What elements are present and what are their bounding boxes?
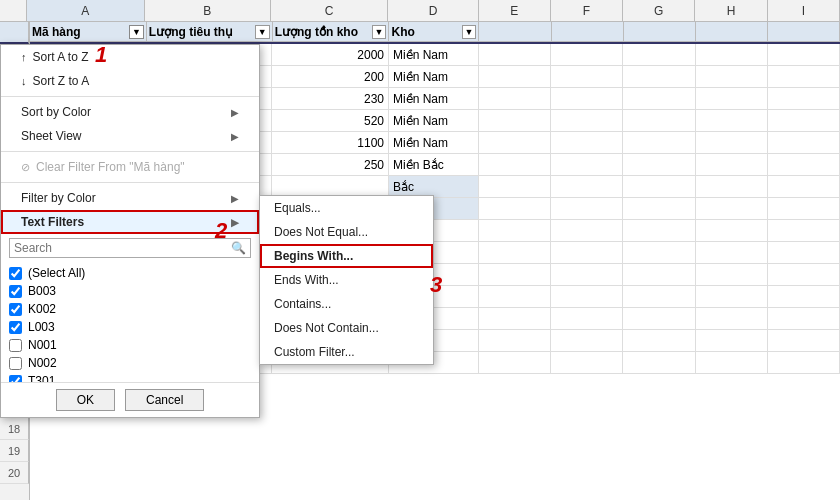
cell-i12 bbox=[768, 286, 840, 308]
filter-dropdown-btn-d[interactable]: ▼ bbox=[462, 25, 477, 39]
cell-f8 bbox=[551, 198, 623, 220]
header-ma-hang: Mã hàng ▼ bbox=[30, 22, 147, 42]
checkbox-l003-input[interactable] bbox=[9, 321, 22, 334]
col-header-g: G bbox=[623, 0, 695, 21]
cell-f4 bbox=[551, 110, 623, 132]
cell-d3: Miền Nam bbox=[389, 88, 479, 110]
cell-c3: 230 bbox=[272, 88, 389, 110]
cell-c5: 1100 bbox=[272, 132, 389, 154]
checkbox-t301-input[interactable] bbox=[9, 375, 22, 383]
row-num-20: 20 bbox=[0, 462, 29, 484]
text-filters-submenu: Equals... Does Not Equal... Begins With.… bbox=[259, 195, 434, 365]
cell-i14 bbox=[768, 330, 840, 352]
cell-i2 bbox=[768, 66, 840, 88]
step-1-badge: 1 bbox=[95, 42, 107, 68]
filter-dropdown-btn-c[interactable]: ▼ bbox=[372, 25, 387, 39]
cell-g7 bbox=[623, 176, 695, 198]
checkbox-b003-label: B003 bbox=[28, 284, 56, 298]
checkbox-k002[interactable]: K002 bbox=[9, 300, 251, 318]
cell-e6 bbox=[479, 154, 551, 176]
clear-filter-item[interactable]: ⊘ Clear Filter From "Mã hàng" bbox=[1, 155, 259, 179]
sort-by-color-label: Sort by Color bbox=[21, 105, 91, 119]
cell-d1: Miền Nam bbox=[389, 44, 479, 66]
filter-by-color-item[interactable]: Filter by Color ▶ bbox=[1, 186, 259, 210]
header-luong-ton-label: Lượng tồn kho bbox=[275, 25, 372, 39]
checkbox-select-all-input[interactable] bbox=[9, 267, 22, 280]
search-input[interactable] bbox=[14, 241, 231, 255]
sort-by-color-item[interactable]: Sort by Color ▶ bbox=[1, 100, 259, 124]
cell-f15 bbox=[551, 352, 623, 374]
cell-f10 bbox=[551, 242, 623, 264]
submenu-does-not-equal[interactable]: Does Not Equal... bbox=[260, 220, 433, 244]
cell-d5: Miền Nam bbox=[389, 132, 479, 154]
cell-i15 bbox=[768, 352, 840, 374]
funnel-icon: ⊘ bbox=[21, 161, 30, 174]
submenu-begins-with[interactable]: Begins With... bbox=[260, 244, 433, 268]
cell-c4: 520 bbox=[272, 110, 389, 132]
submenu-does-not-contain[interactable]: Does Not Contain... bbox=[260, 316, 433, 340]
checkbox-n001[interactable]: N001 bbox=[9, 336, 251, 354]
cell-g14 bbox=[623, 330, 695, 352]
filter-dropdown-btn-b[interactable]: ▼ bbox=[255, 25, 270, 39]
header-i bbox=[768, 22, 840, 42]
cell-i6 bbox=[768, 154, 840, 176]
header-kho: Kho ▼ bbox=[389, 22, 479, 42]
cell-h9 bbox=[696, 220, 768, 242]
cell-i5 bbox=[768, 132, 840, 154]
checkbox-t301[interactable]: T301 bbox=[9, 372, 251, 382]
cell-d6: Miền Bắc bbox=[389, 154, 479, 176]
cell-h7 bbox=[696, 176, 768, 198]
row-num-19: 19 bbox=[0, 440, 29, 462]
sheet-view-arrow: ▶ bbox=[231, 131, 239, 142]
checkbox-b003-input[interactable] bbox=[9, 285, 22, 298]
checkbox-select-all-label: (Select All) bbox=[28, 266, 85, 280]
submenu-equals[interactable]: Equals... bbox=[260, 196, 433, 220]
ok-button[interactable]: OK bbox=[56, 389, 115, 411]
cell-h11 bbox=[696, 264, 768, 286]
cell-f12 bbox=[551, 286, 623, 308]
header-h bbox=[696, 22, 768, 42]
sort-za-item[interactable]: ↓ Sort Z to A bbox=[1, 69, 259, 93]
checkbox-n002[interactable]: N002 bbox=[9, 354, 251, 372]
cell-e9 bbox=[479, 220, 551, 242]
cell-i7 bbox=[768, 176, 840, 198]
submenu-contains[interactable]: Contains... bbox=[260, 292, 433, 316]
cell-c1: 2000 bbox=[272, 44, 389, 66]
checkbox-n001-input[interactable] bbox=[9, 339, 22, 352]
cell-g8 bbox=[623, 198, 695, 220]
submenu-custom-filter[interactable]: Custom Filter... bbox=[260, 340, 433, 364]
header-luong-tieu-label: Lượng tiêu thụ bbox=[149, 25, 255, 39]
cell-f2 bbox=[551, 66, 623, 88]
checkbox-select-all[interactable]: (Select All) bbox=[9, 264, 251, 282]
header-g bbox=[624, 22, 696, 42]
cell-e1 bbox=[479, 44, 551, 66]
cell-h4 bbox=[696, 110, 768, 132]
sheet-view-item[interactable]: Sheet View ▶ bbox=[1, 124, 259, 148]
checkbox-l003-label: L003 bbox=[28, 320, 55, 334]
text-filters-arrow: ▶ bbox=[231, 217, 239, 228]
header-luong-tieu: Lượng tiêu thụ ▼ bbox=[147, 22, 273, 42]
submenu-ends-with[interactable]: Ends With... bbox=[260, 268, 433, 292]
cell-g11 bbox=[623, 264, 695, 286]
cell-h10 bbox=[696, 242, 768, 264]
checkbox-n002-input[interactable] bbox=[9, 357, 22, 370]
cell-i10 bbox=[768, 242, 840, 264]
checkbox-k002-input[interactable] bbox=[9, 303, 22, 316]
filter-dropdown-btn-a[interactable]: ▼ bbox=[129, 25, 144, 39]
cell-g9 bbox=[623, 220, 695, 242]
cell-g12 bbox=[623, 286, 695, 308]
cell-h13 bbox=[696, 308, 768, 330]
separator-3 bbox=[1, 182, 259, 183]
filter-by-color-arrow: ▶ bbox=[231, 193, 239, 204]
checkbox-b003[interactable]: B003 bbox=[9, 282, 251, 300]
checkbox-l003[interactable]: L003 bbox=[9, 318, 251, 336]
cell-d4: Miền Nam bbox=[389, 110, 479, 132]
cancel-button[interactable]: Cancel bbox=[125, 389, 204, 411]
checkbox-list: (Select All) B003 K002 L003 N001 N002 bbox=[1, 262, 259, 382]
col-header-h: H bbox=[695, 0, 767, 21]
cell-h15 bbox=[696, 352, 768, 374]
row-num-18: 18 bbox=[0, 418, 29, 440]
col-header-i: I bbox=[768, 0, 840, 21]
step-2-badge: 2 bbox=[215, 218, 227, 244]
sort-az-item[interactable]: ↑ Sort A to Z bbox=[1, 45, 259, 69]
